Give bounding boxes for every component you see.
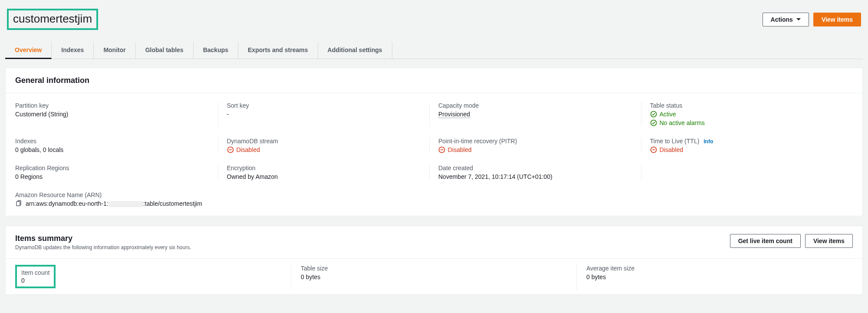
item-count-value: 0 (21, 277, 49, 284)
items-summary-title: Items summary (15, 234, 191, 243)
stream-status: Disabled (227, 146, 423, 153)
pitr-value: Disabled (448, 146, 471, 153)
ttl-value: Disabled (660, 146, 683, 153)
pitr-label: Point-in-time recovery (PITR) (438, 138, 635, 145)
pitr-status: Disabled (438, 146, 635, 153)
arn-redacted (108, 201, 143, 207)
copy-icon[interactable] (15, 200, 22, 207)
tab-exports-streams[interactable]: Exports and streams (238, 42, 318, 59)
table-status-value: Active (660, 111, 676, 118)
partition-key-label: Partition key (15, 102, 211, 109)
table-alarms: No active alarms (650, 119, 846, 126)
table-status-active: Active (650, 111, 846, 118)
replication-value: 0 Regions (15, 173, 211, 180)
encryption-label: Encryption (227, 165, 423, 171)
sort-key-label: Sort key (227, 102, 423, 109)
general-info-title: General information (15, 76, 89, 85)
minus-circle-icon (650, 146, 657, 153)
capacity-mode-label: Capacity mode (438, 102, 635, 109)
table-size-value: 0 bytes (301, 273, 567, 280)
avg-size-label: Average item size (586, 265, 853, 272)
ttl-status: Disabled (650, 146, 846, 153)
minus-circle-icon (227, 146, 234, 153)
items-summary-sub: DynamoDB updates the following informati… (15, 244, 191, 250)
items-summary-panel: Items summary DynamoDB updates the follo… (5, 226, 863, 295)
arn-suffix: :table/customertestjim (143, 200, 202, 207)
caret-down-icon (796, 18, 801, 20)
replication-label: Replication Regions (15, 165, 211, 171)
tab-overview[interactable]: Overview (5, 42, 52, 59)
indexes-value: 0 globals, 0 locals (15, 146, 211, 153)
sort-key-value: - (227, 111, 423, 118)
view-items-button[interactable]: View items (813, 13, 861, 26)
tab-additional-settings[interactable]: Additional settings (318, 42, 392, 59)
tabs: Overview Indexes Monitor Global tables B… (5, 42, 863, 59)
svg-rect-8 (16, 201, 20, 206)
actions-label: Actions (771, 16, 793, 23)
item-count-box: Item count 0 (15, 265, 56, 288)
tab-global-tables[interactable]: Global tables (136, 42, 194, 59)
partition-key-value: CustomerId (String) (15, 111, 211, 118)
table-alarms-value: No active alarms (660, 119, 705, 126)
items-view-items-button[interactable]: View items (805, 234, 853, 248)
check-circle-icon (650, 111, 657, 118)
page-title: customertestjim (7, 9, 98, 30)
table-status-label: Table status (650, 102, 846, 109)
item-count-label: Item count (21, 269, 49, 276)
live-item-count-button[interactable]: Get live item count (730, 234, 801, 248)
avg-size-value: 0 bytes (586, 273, 853, 280)
ttl-label: Time to Live (TTL) (650, 138, 700, 145)
general-info-panel: General information Partition key Custom… (5, 68, 863, 216)
table-size-label: Table size (301, 265, 567, 272)
actions-dropdown[interactable]: Actions (763, 13, 809, 26)
created-value: November 7, 2021, 10:17:14 (UTC+01:00) (438, 173, 635, 180)
arn-prefix: arn:aws:dynamodb:eu-north-1: (26, 200, 108, 207)
tab-monitor[interactable]: Monitor (94, 42, 135, 59)
stream-label: DynamoDB stream (227, 138, 423, 145)
capacity-mode-value[interactable]: Provisioned (438, 111, 470, 118)
ttl-info-link[interactable]: Info (704, 138, 713, 145)
ttl-label-row: Time to Live (TTL) Info (650, 138, 846, 145)
tab-indexes[interactable]: Indexes (52, 42, 94, 59)
indexes-label: Indexes (15, 138, 211, 145)
arn-value: arn:aws:dynamodb:eu-north-1::table/custo… (26, 200, 202, 207)
tab-backups[interactable]: Backups (194, 42, 238, 59)
panel-header: General information (6, 68, 862, 93)
header-actions: Actions View items (763, 13, 861, 26)
minus-circle-icon (438, 146, 445, 153)
created-label: Date created (438, 165, 635, 171)
encryption-value: Owned by Amazon (227, 173, 423, 180)
check-circle-icon (650, 119, 657, 126)
arn-label: Amazon Resource Name (ARN) (15, 191, 853, 198)
stream-value: Disabled (237, 146, 260, 153)
